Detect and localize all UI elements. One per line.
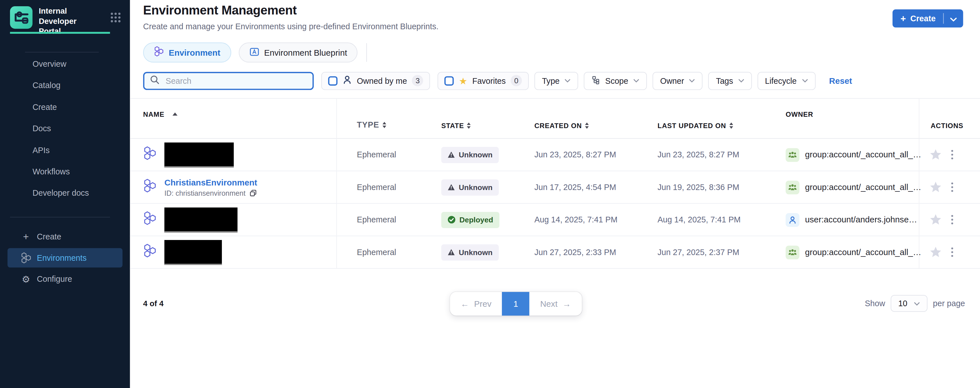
chevron-down-icon <box>738 79 744 83</box>
redacted-name-block <box>164 207 237 232</box>
sidebar-item-workflows[interactable]: Workflows <box>0 161 130 183</box>
favorites-filter[interactable]: ★ Favorites 0 <box>438 72 529 90</box>
tab-environment[interactable]: Environment <box>143 43 231 62</box>
sidebar-item-create[interactable]: Create <box>0 97 130 118</box>
create-button[interactable]: + Create <box>892 10 943 27</box>
chevron-down-icon <box>689 79 695 83</box>
blueprint-icon <box>249 46 259 59</box>
type-dropdown[interactable]: Type <box>535 72 578 90</box>
environment-name-link[interactable]: ChristiansEnvironment <box>164 178 257 187</box>
tab-environment-blueprint[interactable]: Environment Blueprint <box>238 43 358 62</box>
table-row: ChristiansEnvironment ID: christiansenvi… <box>130 171 980 204</box>
favorite-star-button[interactable] <box>929 181 942 193</box>
sidebar-item-overview[interactable]: Overview <box>0 54 130 75</box>
sidebar-item-developer-docs[interactable]: Developer docs <box>0 183 130 204</box>
tags-dropdown[interactable]: Tags <box>708 72 752 90</box>
filter-label: Favorites <box>473 76 506 85</box>
redacted-name-block <box>164 142 234 167</box>
created-on-cell: Jun 27, 2025, 2:33 PM <box>534 247 657 257</box>
gear-icon: ⚙ <box>21 274 31 284</box>
tab-label: Environment <box>169 48 220 57</box>
group-icon <box>786 245 799 259</box>
state-cell: Deployed <box>441 211 534 228</box>
entity-tabs: Environment Environment Blueprint <box>143 43 367 62</box>
favorite-star-button[interactable] <box>929 246 942 258</box>
plus-icon: + <box>900 14 906 23</box>
tab-label: Environment Blueprint <box>264 48 347 57</box>
row-menu-button[interactable] <box>950 149 955 161</box>
sidebar-item-docs[interactable]: Docs <box>0 118 130 140</box>
owned-by-me-count: 3 <box>412 75 423 86</box>
chevron-down-icon <box>802 79 808 83</box>
owner-dropdown[interactable]: Owner <box>653 72 703 90</box>
environment-hexagons-icon <box>143 146 156 163</box>
plus-icon: + <box>21 232 31 242</box>
column-header-created-on[interactable]: CREATED ON <box>534 122 657 138</box>
page-title: Environment Management <box>143 3 297 17</box>
type-cell: Ephemeral <box>337 182 441 192</box>
owner-ref: group:account/_account_all_… <box>805 150 921 159</box>
next-page-button[interactable]: Next → <box>530 292 581 316</box>
environment-hexagons-icon <box>143 179 156 196</box>
sidebar-item-environments[interactable]: Environments <box>7 248 123 267</box>
column-header-name[interactable]: NAME <box>130 99 337 138</box>
pagination-bar: 4 of 4 ← Prev 1 Next → Show 10 <box>130 289 980 318</box>
app-switcher-grid-icon[interactable] <box>110 12 121 25</box>
create-dropdown-toggle[interactable] <box>943 10 963 27</box>
brand: Internal Developer Portal <box>0 0 130 37</box>
scope-hierarchy-icon <box>592 75 600 86</box>
environment-hexagons-icon <box>143 211 156 228</box>
pager: ← Prev 1 Next → <box>450 292 581 316</box>
page-number-button[interactable]: 1 <box>502 292 530 316</box>
dropdown-label: Owner <box>660 76 684 85</box>
state-cell: Unknown <box>441 244 534 260</box>
reset-filters-button[interactable]: Reset <box>829 76 852 85</box>
star-icon: ★ <box>459 76 467 85</box>
page-size-select[interactable]: 10 <box>891 295 928 312</box>
sidebar-item-catalog[interactable]: Catalog <box>0 75 130 97</box>
show-label: Show <box>865 299 885 308</box>
sidebar-item-label: Configure <box>37 274 72 284</box>
state-cell: Unknown <box>441 179 534 195</box>
prev-page-button[interactable]: ← Prev <box>450 292 502 316</box>
person-icon <box>342 75 352 86</box>
owned-by-me-checkbox[interactable] <box>328 76 337 85</box>
last-updated-cell: Jun 23, 2025, 8:27 PM <box>658 150 786 159</box>
last-updated-cell: Jun 19, 2025, 8:36 PM <box>658 182 786 192</box>
arrow-right-icon: → <box>562 299 571 308</box>
sidebar-item-create-bottom[interactable]: + Create <box>7 227 123 246</box>
environments-table: NAME TYPE STATE CREATED ON LAST UPDATED … <box>130 99 980 269</box>
lifecycle-dropdown[interactable]: Lifecycle <box>757 72 816 90</box>
created-on-cell: Jun 17, 2025, 4:54 PM <box>534 182 657 192</box>
favorite-star-button[interactable] <box>929 214 942 226</box>
redacted-name-block <box>164 240 222 265</box>
sidebar-nav: Overview Catalog Create Docs APIs Workfl… <box>0 54 130 204</box>
status-badge-unknown: Unknown <box>441 146 498 163</box>
search-input[interactable] <box>164 75 307 86</box>
column-header-last-updated-on[interactable]: LAST UPDATED ON <box>658 122 786 138</box>
sidebar: Internal Developer Portal Overview Catal… <box>0 0 130 388</box>
column-header-type[interactable]: TYPE <box>337 120 441 138</box>
row-menu-button[interactable] <box>950 246 955 259</box>
sort-icon <box>382 122 386 128</box>
favorite-star-button[interactable] <box>929 149 942 161</box>
create-split-button: + Create <box>892 10 963 27</box>
scope-dropdown[interactable]: Scope <box>584 72 647 90</box>
row-menu-button[interactable] <box>950 214 955 226</box>
owned-by-me-filter[interactable]: Owned by me 3 <box>321 72 430 90</box>
row-menu-button[interactable] <box>950 181 955 194</box>
favorites-checkbox[interactable] <box>445 76 454 85</box>
nav-divider <box>25 52 99 52</box>
table-row: Ephemeral Deployed Aug 14, 2025, 7:41 PM… <box>130 204 980 236</box>
sidebar-item-apis[interactable]: APIs <box>0 140 130 161</box>
results-summary: 4 of 4 <box>143 299 164 308</box>
table-row: Ephemeral Unknown Jun 27, 2025, 2:33 PM … <box>130 236 980 269</box>
page-subtitle: Create and manage your Environments usin… <box>143 22 439 31</box>
copy-icon[interactable] <box>249 189 256 197</box>
owner-ref: user:account/anders.johnse… <box>805 215 917 224</box>
dropdown-label: Scope <box>605 76 628 85</box>
table-row: Ephemeral Unknown Jun 23, 2025, 8:27 PM … <box>130 138 980 171</box>
sidebar-item-configure[interactable]: ⚙ Configure <box>7 269 123 289</box>
search-icon <box>150 75 159 87</box>
column-header-state[interactable]: STATE <box>441 122 534 138</box>
